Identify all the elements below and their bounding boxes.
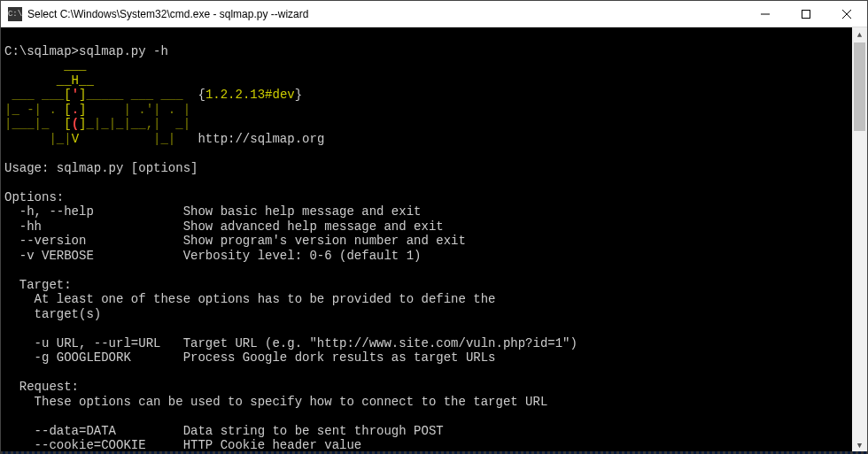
scroll-thumb[interactable]	[854, 42, 865, 131]
cmd-window: C:\ Select C:\Windows\System32\cmd.exe -…	[0, 0, 868, 454]
terminal-output[interactable]: C:\sqlmap>sqlmap.py -h ___ __H__ ___ ___…	[1, 27, 852, 453]
svg-rect-1	[802, 10, 810, 18]
close-button[interactable]	[826, 1, 867, 27]
titlebar[interactable]: C:\ Select C:\Windows\System32\cmd.exe -…	[1, 1, 867, 27]
scroll-up-arrow[interactable]: ▲	[852, 27, 867, 42]
window-title: Select C:\Windows\System32\cmd.exe - sql…	[27, 8, 745, 20]
content-area: C:\sqlmap>sqlmap.py -h ___ __H__ ___ ___…	[1, 27, 867, 453]
maximize-button[interactable]	[786, 1, 826, 27]
minimize-button[interactable]	[745, 1, 786, 27]
scroll-track[interactable]	[852, 42, 867, 438]
cmd-icon: C:\	[8, 7, 22, 21]
scrollbar[interactable]: ▲ ▼	[852, 27, 867, 453]
window-controls	[745, 1, 867, 27]
